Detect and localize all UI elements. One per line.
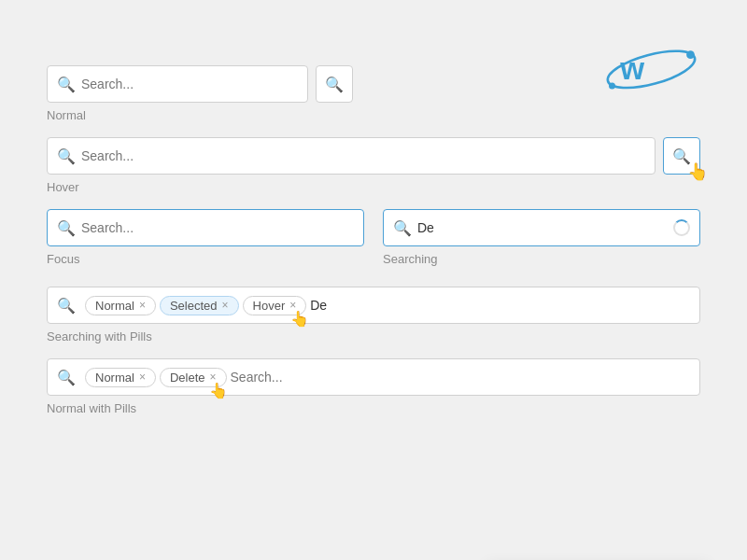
focus-label: Focus xyxy=(47,252,364,266)
pills-search-box[interactable]: 🔍 Normal × Selected × Hover × 👆 xyxy=(47,287,700,324)
pill-hover[interactable]: Hover × 👆 xyxy=(243,296,307,315)
hover-search-input[interactable] xyxy=(81,148,645,163)
normal-pills-label: Normal with Pills xyxy=(47,401,700,415)
pill-normal-remove[interactable]: × xyxy=(139,299,146,312)
pills-label: Searching with Pills xyxy=(47,329,700,343)
cursor-pill-hover: 👆 xyxy=(290,310,309,328)
pill-delete[interactable]: Delete × 👆 xyxy=(160,368,227,387)
normal-pills-search-input[interactable] xyxy=(231,370,690,385)
hover-search-row: 🔍 🔍 👆 xyxy=(47,137,700,175)
focus-searching-row: 🔍 Focus 🔍 Searching xyxy=(47,209,700,281)
search-icon-pills: 🔍 xyxy=(57,297,76,315)
searching-label: Searching xyxy=(383,252,700,266)
search-icon-hover: 🔍 xyxy=(57,147,76,165)
normal-search-button[interactable]: 🔍 xyxy=(316,65,353,103)
focus-search-box[interactable]: 🔍 xyxy=(47,209,364,246)
pills-search-row: 🔍 Normal × Selected × Hover × 👆 Weebly xyxy=(47,287,700,324)
normal-search-box[interactable]: 🔍 xyxy=(47,65,308,103)
main-content: 🔍 🔍 Normal 🔍 🔍 👆 Hover 🔍 xyxy=(47,65,700,430)
search-icon-normal-pills: 🔍 xyxy=(57,369,76,386)
pill-normal-2[interactable]: Normal × xyxy=(85,368,156,387)
normal-search-row: 🔍 🔍 xyxy=(47,65,700,103)
normal-pills-search-box[interactable]: 🔍 Normal × Delete × 👆 xyxy=(47,358,700,396)
pill-selected[interactable]: Selected × xyxy=(160,296,239,315)
svg-point-2 xyxy=(686,50,695,59)
search-icon-focus: 🔍 xyxy=(57,219,76,237)
normal-search-input[interactable] xyxy=(81,77,298,91)
cursor-delete-pill: 👆 xyxy=(209,382,228,399)
loading-spinner xyxy=(673,219,690,236)
normal-label: Normal xyxy=(47,108,700,122)
hover-search-button[interactable]: 🔍 xyxy=(663,137,700,175)
search-icon-button-hover: 🔍 xyxy=(672,147,691,165)
searching-search-input[interactable] xyxy=(417,220,673,235)
normal-pills-search-row: 🔍 Normal × Delete × 👆 xyxy=(47,358,700,396)
search-icon-normal: 🔍 xyxy=(57,76,76,93)
pill-selected-remove[interactable]: × xyxy=(222,299,229,312)
hover-search-box[interactable]: 🔍 xyxy=(47,137,655,175)
searching-search-box[interactable]: 🔍 xyxy=(383,209,700,246)
search-icon-button-normal: 🔍 xyxy=(325,76,344,93)
pill-normal-2-remove[interactable]: × xyxy=(139,371,146,384)
pill-normal[interactable]: Normal × xyxy=(85,296,156,315)
focus-search-input[interactable] xyxy=(81,220,354,235)
hover-label: Hover xyxy=(47,180,700,194)
searching-col: 🔍 Searching xyxy=(383,209,700,281)
focus-col: 🔍 Focus xyxy=(47,209,364,281)
search-icon-searching: 🔍 xyxy=(393,219,412,237)
pills-search-input[interactable] xyxy=(310,298,690,313)
